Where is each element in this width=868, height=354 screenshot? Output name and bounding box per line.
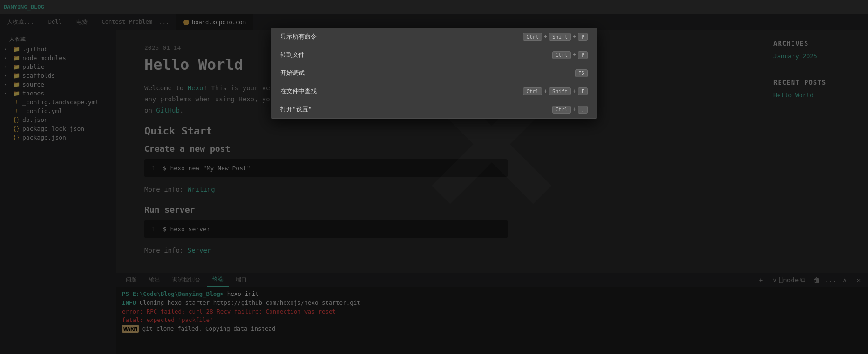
- command-palette: 显示所有命令 Ctrl + Shift + P 转到文件 Ctrl + P 开始…: [271, 28, 597, 119]
- command-palette-overlay[interactable]: 显示所有命令 Ctrl + Shift + P 转到文件 Ctrl + P 开始…: [0, 0, 868, 354]
- command-find-in-files[interactable]: 在文件中查找 Ctrl + Shift + F: [271, 82, 597, 100]
- command-debug[interactable]: 开始调试 F5: [271, 64, 597, 82]
- command-goto-file[interactable]: 转到文件 Ctrl + P: [271, 46, 597, 64]
- command-open-settings[interactable]: 打开"设置" Ctrl + ,: [271, 100, 597, 119]
- command-show-all[interactable]: 显示所有命令 Ctrl + Shift + P: [271, 28, 597, 46]
